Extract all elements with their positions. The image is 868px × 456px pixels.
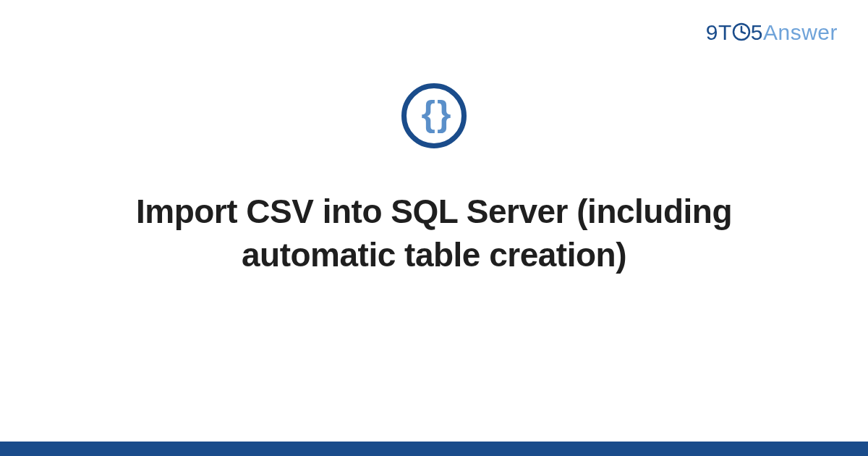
code-braces-icon: { } <box>422 96 447 132</box>
brand-prefix: 9T <box>706 20 732 44</box>
footer-accent-bar <box>0 442 868 456</box>
brand-middle: 5 <box>751 20 763 44</box>
clock-icon <box>732 22 751 41</box>
brand-logo: 9T5Answer <box>706 20 838 45</box>
category-icon-circle: { } <box>401 83 467 148</box>
svg-line-2 <box>741 32 745 33</box>
page-title: Import CSV into SQL Server (including au… <box>109 190 760 277</box>
brand-suffix: Answer <box>763 20 838 44</box>
main-content: { } Import CSV into SQL Server (includin… <box>0 83 868 277</box>
